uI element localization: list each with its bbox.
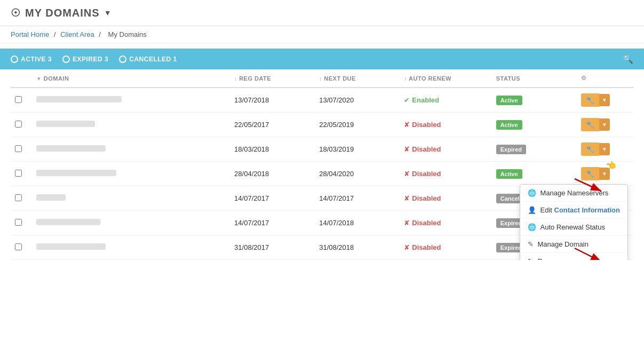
row-checkbox[interactable] [15,96,22,103]
row-auto-renew: ✘Disabled [400,211,491,235]
row-checkbox[interactable] [15,121,22,128]
check-icon: ✔ [404,96,410,104]
auto-renew-label: Disabled [412,243,441,251]
filter-expired-label: EXPIRED 3 [73,56,108,63]
active-circle-icon [11,56,18,63]
filter-tab-cancelled[interactable]: CANCELLED 1 [119,56,177,63]
action-group: 🔧▾ [581,143,629,156]
breadcrumb-current: My Domains [108,30,147,38]
sort-icon: ▼ [36,76,42,82]
row-checkbox[interactable] [15,194,22,201]
row-checkbox-cell [11,211,32,235]
chevron-down-icon[interactable]: ▼ [104,9,112,17]
status-badge: Expired [496,145,526,154]
col-regdate-header[interactable]: ↕ REG DATE [230,69,315,88]
action-group: 🔧▾ [581,118,629,131]
nameservers-icon: 🌐 [528,189,536,197]
autorenewal-icon: 🌐 [528,223,536,231]
sort-icon: ↕ [404,76,407,82]
col-autorenew-header[interactable]: ↕ AUTO RENEW [400,69,491,88]
caret-button[interactable]: ▾ [599,94,610,106]
row-next-due: 28/04/2020 [315,162,400,186]
col-status-header: STATUS [492,69,577,88]
row-reg-date: 18/03/2018 [230,137,315,162]
x-icon: ✘ [404,145,410,153]
row-next-due: 22/05/2019 [315,113,400,137]
row-status: Expired [492,137,577,162]
row-domain [32,137,230,162]
menu-item-manage-domain-label: Manage Domain [537,240,588,248]
menu-item-renew-label: Renew [537,257,559,260]
menu-item-nameservers[interactable]: 🌐 Manage Nameservers [520,185,627,202]
breadcrumb-separator: / [99,30,101,38]
table-row: 22/05/201722/05/2019✘DisabledActive🔧▾ [11,113,633,137]
row-checkbox[interactable] [15,219,22,226]
row-domain [32,113,230,137]
globe-icon: ☉ [11,6,21,19]
table-container: ▼ DOMAIN ↕ REG DATE ↕ NEXT DUE ↕ AUTO RE… [0,69,644,260]
breadcrumb-client-area[interactable]: Client Area [60,30,94,38]
row-domain [32,211,230,235]
breadcrumb-portal-home[interactable]: Portal Home [11,30,49,38]
table-row: 28/04/201828/04/2020✘DisabledActive🔧▾ [11,162,633,186]
menu-item-renew[interactable]: ↻ Renew [520,253,627,260]
auto-renew-label: Disabled [412,219,441,227]
row-domain [32,186,230,211]
filter-active-label: ACTIVE 3 [21,56,52,63]
table-row: 13/07/201813/07/2020✔EnabledActive🔧▾ [11,88,633,113]
breadcrumb-separator: / [54,30,56,38]
actions-settings-icon[interactable]: ⚙ [581,75,587,81]
x-icon: ✘ [404,170,410,178]
row-reg-date: 14/07/2017 [230,186,315,211]
col-actions-header: ⚙ [577,69,633,88]
row-reg-date: 22/05/2017 [230,113,315,137]
auto-renew-label: Disabled [412,121,441,129]
wrench-button[interactable]: 🔧 [581,143,599,156]
status-badge: Active [496,120,522,130]
filter-tab-active[interactable]: ACTIVE 3 [11,56,52,63]
search-icon[interactable]: 🔍 [623,54,633,64]
col-nextdue-header[interactable]: ↕ NEXT DUE [315,69,400,88]
col-check [11,69,32,88]
breadcrumb: Portal Home / Client Area / My Domains [0,26,644,43]
row-auto-renew: ✘Disabled [400,137,491,162]
row-actions: 🔧▾ [577,162,633,186]
wrench-button[interactable]: 🔧 [581,118,599,131]
wrench-button[interactable]: 🔧 [581,93,599,107]
row-checkbox-cell [11,235,32,260]
row-checkbox-cell [11,88,32,113]
row-status: Active [492,113,577,137]
row-domain [32,235,230,260]
row-domain [32,162,230,186]
row-auto-renew: ✘Disabled [400,186,491,211]
row-checkbox-cell [11,113,32,137]
row-auto-renew: ✔Enabled [400,88,491,113]
row-checkbox[interactable] [15,170,22,177]
sort-icon: ↕ [319,76,322,82]
row-checkbox[interactable] [15,145,22,152]
menu-item-manage-domain[interactable]: ✎ Manage Domain [520,236,627,253]
menu-item-contact[interactable]: 👤 Edit Contact Information [520,202,627,219]
contact-icon: 👤 [528,206,536,214]
renew-icon: ↻ [528,257,534,260]
row-checkbox[interactable] [15,243,22,250]
row-reg-date: 13/07/2018 [230,88,315,113]
col-domain-header[interactable]: ▼ DOMAIN [32,69,230,88]
manage-domain-icon: ✎ [528,240,534,248]
caret-button[interactable]: ▾ [599,118,610,131]
filter-bar: ACTIVE 3 EXPIRED 3 CANCELLED 1 🔍 [0,49,644,69]
expired-circle-icon [62,56,70,63]
row-next-due: 14/07/2017 [315,186,400,211]
caret-button[interactable]: ▾ [599,168,610,180]
row-checkbox-cell [11,137,32,162]
row-next-due: 31/08/2018 [315,235,400,260]
auto-renew-label: Enabled [412,96,439,104]
menu-item-nameservers-label: Manage Nameservers [540,189,608,197]
wrench-button[interactable]: 🔧 [581,167,599,180]
row-next-due: 14/07/2018 [315,211,400,235]
menu-item-autorenewal[interactable]: 🌐 Auto Renewal Status [520,219,627,236]
caret-button[interactable]: ▾ [599,143,610,155]
row-status: Active [492,162,577,186]
row-checkbox-cell [11,162,32,186]
filter-tab-expired[interactable]: EXPIRED 3 [62,56,108,63]
